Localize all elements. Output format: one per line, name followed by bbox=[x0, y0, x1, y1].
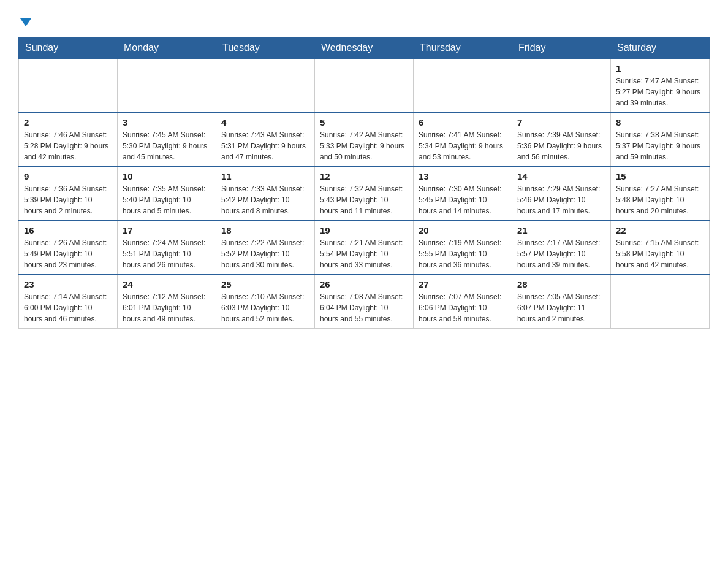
day-number: 16 bbox=[24, 225, 112, 236]
calendar-day-cell: 27Sunrise: 7:07 AM Sunset: 6:06 PM Dayli… bbox=[414, 275, 512, 329]
calendar-week-row: 23Sunrise: 7:14 AM Sunset: 6:00 PM Dayli… bbox=[19, 275, 710, 329]
day-number: 25 bbox=[221, 279, 309, 289]
calendar-table: SundayMondayTuesdayWednesdayThursdayFrid… bbox=[18, 37, 710, 329]
calendar-day-cell: 21Sunrise: 7:17 AM Sunset: 5:57 PM Dayli… bbox=[512, 221, 611, 275]
calendar-day-cell: 25Sunrise: 7:10 AM Sunset: 6:03 PM Dayli… bbox=[216, 275, 315, 329]
day-number: 15 bbox=[616, 171, 704, 182]
day-number: 5 bbox=[320, 117, 408, 128]
day-info: Sunrise: 7:08 AM Sunset: 6:04 PM Dayligh… bbox=[320, 291, 408, 324]
day-info: Sunrise: 7:35 AM Sunset: 5:40 PM Dayligh… bbox=[123, 183, 211, 216]
calendar-day-cell: 7Sunrise: 7:39 AM Sunset: 5:36 PM Daylig… bbox=[512, 113, 611, 167]
day-header-wednesday: Wednesday bbox=[315, 37, 414, 59]
calendar-day-cell: 23Sunrise: 7:14 AM Sunset: 6:00 PM Dayli… bbox=[19, 275, 118, 329]
day-info: Sunrise: 7:21 AM Sunset: 5:54 PM Dayligh… bbox=[320, 237, 408, 270]
day-number: 1 bbox=[616, 63, 704, 74]
calendar-day-cell: 8Sunrise: 7:38 AM Sunset: 5:37 PM Daylig… bbox=[611, 113, 710, 167]
day-info: Sunrise: 7:43 AM Sunset: 5:31 PM Dayligh… bbox=[221, 129, 309, 163]
day-header-tuesday: Tuesday bbox=[216, 37, 315, 59]
logo bbox=[18, 12, 31, 31]
calendar-day-cell: 17Sunrise: 7:24 AM Sunset: 5:51 PM Dayli… bbox=[118, 221, 216, 275]
calendar-day-cell: 4Sunrise: 7:43 AM Sunset: 5:31 PM Daylig… bbox=[216, 113, 315, 167]
day-number: 4 bbox=[221, 117, 309, 128]
day-number: 7 bbox=[517, 117, 605, 128]
calendar-day-cell: 9Sunrise: 7:36 AM Sunset: 5:39 PM Daylig… bbox=[19, 167, 118, 221]
calendar-day-cell bbox=[512, 59, 611, 113]
day-info: Sunrise: 7:12 AM Sunset: 6:01 PM Dayligh… bbox=[123, 291, 211, 324]
day-info: Sunrise: 7:32 AM Sunset: 5:43 PM Dayligh… bbox=[320, 183, 408, 216]
day-number: 2 bbox=[24, 117, 112, 128]
day-number: 14 bbox=[517, 171, 605, 182]
day-number: 22 bbox=[616, 225, 704, 236]
calendar-header-row: SundayMondayTuesdayWednesdayThursdayFrid… bbox=[19, 37, 710, 59]
calendar-day-cell: 16Sunrise: 7:26 AM Sunset: 5:49 PM Dayli… bbox=[19, 221, 118, 275]
calendar-day-cell bbox=[216, 59, 315, 113]
calendar-day-cell: 26Sunrise: 7:08 AM Sunset: 6:04 PM Dayli… bbox=[315, 275, 414, 329]
calendar-day-cell: 1Sunrise: 7:47 AM Sunset: 5:27 PM Daylig… bbox=[611, 59, 710, 113]
day-info: Sunrise: 7:26 AM Sunset: 5:49 PM Dayligh… bbox=[24, 237, 112, 270]
calendar-week-row: 16Sunrise: 7:26 AM Sunset: 5:49 PM Dayli… bbox=[19, 221, 710, 275]
day-number: 12 bbox=[320, 171, 408, 182]
calendar-week-row: 9Sunrise: 7:36 AM Sunset: 5:39 PM Daylig… bbox=[19, 167, 710, 221]
calendar-day-cell: 3Sunrise: 7:45 AM Sunset: 5:30 PM Daylig… bbox=[118, 113, 216, 167]
day-info: Sunrise: 7:19 AM Sunset: 5:55 PM Dayligh… bbox=[419, 237, 507, 270]
day-info: Sunrise: 7:05 AM Sunset: 6:07 PM Dayligh… bbox=[517, 291, 605, 324]
day-number: 19 bbox=[320, 225, 408, 236]
day-header-friday: Friday bbox=[512, 37, 611, 59]
calendar-day-cell bbox=[611, 275, 710, 329]
day-number: 10 bbox=[123, 171, 211, 182]
day-info: Sunrise: 7:41 AM Sunset: 5:34 PM Dayligh… bbox=[419, 129, 507, 163]
day-number: 20 bbox=[419, 225, 507, 236]
page-header bbox=[18, 12, 710, 31]
calendar-day-cell: 2Sunrise: 7:46 AM Sunset: 5:28 PM Daylig… bbox=[19, 113, 118, 167]
calendar-week-row: 2Sunrise: 7:46 AM Sunset: 5:28 PM Daylig… bbox=[19, 113, 710, 167]
calendar-day-cell: 13Sunrise: 7:30 AM Sunset: 5:45 PM Dayli… bbox=[414, 167, 512, 221]
day-number: 28 bbox=[517, 279, 605, 289]
day-info: Sunrise: 7:22 AM Sunset: 5:52 PM Dayligh… bbox=[221, 237, 309, 270]
day-number: 23 bbox=[24, 279, 112, 289]
day-info: Sunrise: 7:46 AM Sunset: 5:28 PM Dayligh… bbox=[24, 129, 112, 163]
day-info: Sunrise: 7:15 AM Sunset: 5:58 PM Dayligh… bbox=[616, 237, 704, 270]
day-header-sunday: Sunday bbox=[19, 37, 118, 59]
day-number: 8 bbox=[616, 117, 704, 128]
day-info: Sunrise: 7:39 AM Sunset: 5:36 PM Dayligh… bbox=[517, 129, 605, 163]
day-number: 17 bbox=[123, 225, 211, 236]
calendar-day-cell: 11Sunrise: 7:33 AM Sunset: 5:42 PM Dayli… bbox=[216, 167, 315, 221]
day-info: Sunrise: 7:14 AM Sunset: 6:00 PM Dayligh… bbox=[24, 291, 112, 324]
day-number: 26 bbox=[320, 279, 408, 289]
day-number: 21 bbox=[517, 225, 605, 236]
calendar-day-cell: 20Sunrise: 7:19 AM Sunset: 5:55 PM Dayli… bbox=[414, 221, 512, 275]
day-info: Sunrise: 7:17 AM Sunset: 5:57 PM Dayligh… bbox=[517, 237, 605, 270]
calendar-day-cell: 24Sunrise: 7:12 AM Sunset: 6:01 PM Dayli… bbox=[118, 275, 216, 329]
day-number: 6 bbox=[419, 117, 507, 128]
calendar-day-cell: 14Sunrise: 7:29 AM Sunset: 5:46 PM Dayli… bbox=[512, 167, 611, 221]
logo-triangle-icon bbox=[20, 18, 31, 26]
calendar-day-cell: 12Sunrise: 7:32 AM Sunset: 5:43 PM Dayli… bbox=[315, 167, 414, 221]
calendar-week-row: 1Sunrise: 7:47 AM Sunset: 5:27 PM Daylig… bbox=[19, 59, 710, 113]
calendar-day-cell: 10Sunrise: 7:35 AM Sunset: 5:40 PM Dayli… bbox=[118, 167, 216, 221]
calendar-day-cell: 22Sunrise: 7:15 AM Sunset: 5:58 PM Dayli… bbox=[611, 221, 710, 275]
day-info: Sunrise: 7:36 AM Sunset: 5:39 PM Dayligh… bbox=[24, 183, 112, 216]
day-info: Sunrise: 7:47 AM Sunset: 5:27 PM Dayligh… bbox=[616, 75, 704, 109]
day-number: 3 bbox=[123, 117, 211, 128]
day-number: 27 bbox=[419, 279, 507, 289]
calendar-day-cell bbox=[118, 59, 216, 113]
day-header-saturday: Saturday bbox=[611, 37, 710, 59]
calendar-day-cell: 18Sunrise: 7:22 AM Sunset: 5:52 PM Dayli… bbox=[216, 221, 315, 275]
day-number: 9 bbox=[24, 171, 112, 182]
day-header-monday: Monday bbox=[118, 37, 216, 59]
day-number: 18 bbox=[221, 225, 309, 236]
day-info: Sunrise: 7:10 AM Sunset: 6:03 PM Dayligh… bbox=[221, 291, 309, 324]
day-header-thursday: Thursday bbox=[414, 37, 512, 59]
calendar-day-cell: 19Sunrise: 7:21 AM Sunset: 5:54 PM Dayli… bbox=[315, 221, 414, 275]
day-info: Sunrise: 7:33 AM Sunset: 5:42 PM Dayligh… bbox=[221, 183, 309, 216]
day-info: Sunrise: 7:29 AM Sunset: 5:46 PM Dayligh… bbox=[517, 183, 605, 216]
day-number: 11 bbox=[221, 171, 309, 182]
calendar-day-cell: 28Sunrise: 7:05 AM Sunset: 6:07 PM Dayli… bbox=[512, 275, 611, 329]
day-info: Sunrise: 7:30 AM Sunset: 5:45 PM Dayligh… bbox=[419, 183, 507, 216]
day-info: Sunrise: 7:38 AM Sunset: 5:37 PM Dayligh… bbox=[616, 129, 704, 163]
calendar-day-cell bbox=[414, 59, 512, 113]
calendar-day-cell: 15Sunrise: 7:27 AM Sunset: 5:48 PM Dayli… bbox=[611, 167, 710, 221]
day-number: 13 bbox=[419, 171, 507, 182]
calendar-day-cell: 5Sunrise: 7:42 AM Sunset: 5:33 PM Daylig… bbox=[315, 113, 414, 167]
day-info: Sunrise: 7:07 AM Sunset: 6:06 PM Dayligh… bbox=[419, 291, 507, 324]
